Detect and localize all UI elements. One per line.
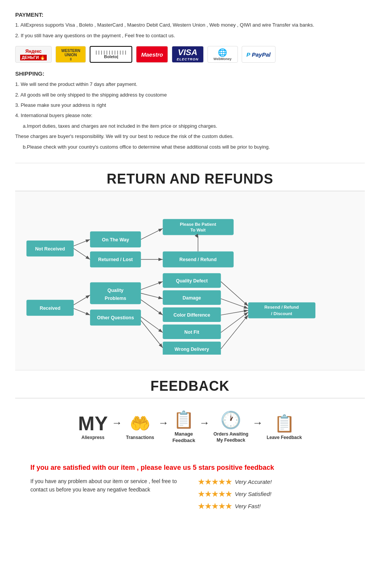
feedback-step-manage: 📋 ManageFeedback — [173, 410, 195, 444]
feedback-step-transactions: 🤲 Transactions — [126, 414, 154, 440]
manage-label: ManageFeedback — [173, 431, 195, 444]
svg-text:/ Discount: / Discount — [271, 311, 292, 316]
svg-line-39 — [74, 309, 90, 315]
svg-text:Quality Defect: Quality Defect — [176, 278, 208, 284]
svg-text:Damage: Damage — [183, 295, 201, 301]
boleto-logo: |||||||||||| Boleto| — [90, 46, 132, 63]
svg-line-38 — [74, 295, 90, 305]
paypal-logo: P PayPal — [242, 46, 276, 63]
svg-text:Please Be Patient: Please Be Patient — [180, 222, 216, 226]
svg-line-45 — [221, 282, 248, 306]
payment-section: PAYMENT: 1. AliExpress supports Visa , B… — [15, 11, 365, 63]
stars-2: ★★★★★ — [198, 489, 232, 499]
feedback-step-orders: 🕐 Orders AwaitingMy Feedback — [214, 410, 249, 443]
western-union-logo: WESTERNUNION|| — [55, 46, 86, 63]
transactions-label: Transactions — [126, 435, 154, 440]
visa-logo: VISA ELECTRON — [172, 46, 204, 63]
aliexpress-label: Aliexpress — [81, 435, 104, 440]
svg-text:Not Fit: Not Fit — [184, 330, 199, 335]
star-label-1: Very Accurate! — [235, 479, 272, 485]
feedback-flow: MY Aliexpress → 🤲 Transactions → 📋 Manag… — [15, 398, 365, 455]
svg-line-47 — [221, 310, 248, 315]
stars-3: ★★★★★ — [198, 501, 232, 511]
svg-text:To Wait: To Wait — [190, 228, 206, 232]
svg-line-49 — [221, 315, 248, 349]
payment-line1: 1. AliExpress supports Visa , Boleto , M… — [15, 21, 365, 29]
leave-label: Leave Feedback — [267, 435, 302, 440]
flow-diagram: Not Received Received On The Way Returne… — [15, 191, 365, 370]
feedback-step-leave: 📋 Leave Feedback — [267, 414, 302, 440]
shipping-line1: 1. We will send the product within 7 day… — [15, 80, 365, 89]
star-label-3: Very Fast! — [235, 503, 261, 509]
svg-line-46 — [221, 299, 248, 309]
feedback-problem-text: If you have any problem about our item o… — [30, 477, 182, 494]
feedback-columns: If you have any problem about our item o… — [30, 477, 350, 514]
arrow-2: → — [158, 417, 169, 429]
star-row-3: ★★★★★ Very Fast! — [198, 501, 350, 511]
svg-line-33 — [74, 239, 90, 246]
shipping-line2: 2. All goods will be only shipped to the… — [15, 90, 365, 99]
return-section: RETURN AND REFUNDS Not Received — [15, 163, 365, 370]
maestro-logo: Maestro — [136, 46, 168, 63]
arrow-1: → — [112, 417, 122, 429]
svg-text:Resend / Refund: Resend / Refund — [179, 257, 217, 262]
svg-text:Color Difference: Color Difference — [173, 312, 210, 318]
feedback-section: FEEDBACK MY Aliexpress → 🤲 Transactions … — [15, 370, 365, 525]
flow-svg: Not Received Received On The Way Returne… — [23, 206, 357, 355]
leave-icon: 📋 — [274, 414, 295, 433]
page-container: PAYMENT: 1. AliExpress supports Visa , B… — [0, 0, 380, 536]
webmoney-logo: 🌐 WebMoney — [207, 46, 238, 63]
shipping-line7: b.Please check with your country's custo… — [23, 143, 365, 151]
svg-text:Not Received: Not Received — [35, 246, 65, 252]
transactions-icon: 🤲 — [130, 414, 150, 433]
feedback-stars: ★★★★★ Very Accurate! ★★★★★ Very Satisfie… — [198, 477, 350, 514]
orders-label: Orders AwaitingMy Feedback — [214, 431, 249, 443]
feedback-step-aliexpress: MY Aliexpress — [78, 414, 108, 440]
payment-logos: Яндекс ДЕНЬГИ 🔥 WESTERNUNION|| |||||||||… — [15, 46, 365, 63]
star-label-2: Very Satisfied! — [235, 491, 271, 497]
feedback-title: FEEDBACK — [15, 371, 365, 398]
svg-text:Resend / Refund: Resend / Refund — [264, 305, 299, 309]
svg-text:On The Way: On The Way — [102, 237, 129, 242]
payment-line2: 2. If you still have any questions on th… — [15, 32, 365, 40]
svg-line-35 — [141, 228, 163, 239]
svg-text:Returned / Lost: Returned / Lost — [98, 257, 133, 262]
orders-icon: 🕐 — [220, 410, 241, 430]
svg-line-34 — [74, 249, 90, 260]
shipping-line5: a.Import duties, taxes and charges are n… — [23, 122, 365, 130]
svg-line-42 — [141, 300, 163, 315]
satisfaction-text: If you are satisfied with our item , ple… — [30, 463, 350, 472]
svg-text:Other Questions: Other Questions — [97, 315, 134, 320]
arrow-4: → — [252, 417, 263, 429]
star-row-2: ★★★★★ Very Satisfied! — [198, 489, 350, 499]
shipping-line4: 4. International buyers please note: — [15, 111, 365, 120]
svg-text:Received: Received — [40, 305, 60, 311]
feedback-bottom: If you are satisfied with our item , ple… — [15, 455, 365, 525]
my-icon: MY — [78, 414, 108, 433]
svg-text:Wrong Delivery: Wrong Delivery — [174, 347, 209, 352]
svg-line-48 — [221, 312, 248, 333]
shipping-text: 1. We will send the product within 7 day… — [15, 80, 365, 151]
shipping-section: SHIPPING: 1. We will send the product wi… — [15, 70, 365, 151]
shipping-line3: 3. Please make sure your address is righ… — [15, 101, 365, 109]
svg-text:Quality: Quality — [108, 288, 124, 293]
stars-1: ★★★★★ — [198, 477, 232, 487]
manage-icon: 📋 — [173, 410, 194, 430]
return-title: RETURN AND REFUNDS — [15, 163, 365, 191]
star-row-1: ★★★★★ Very Accurate! — [198, 477, 350, 487]
svg-line-40 — [141, 282, 163, 290]
svg-text:Problems: Problems — [105, 296, 127, 301]
shipping-title: SHIPPING: — [15, 70, 365, 77]
shipping-line6: These charges are buyer's responsibility… — [15, 132, 365, 141]
payment-title: PAYMENT: — [15, 11, 365, 18]
yandex-logo: Яндекс ДЕНЬГИ 🔥 — [15, 46, 52, 63]
svg-line-41 — [141, 293, 163, 298]
arrow-3: → — [199, 417, 210, 429]
